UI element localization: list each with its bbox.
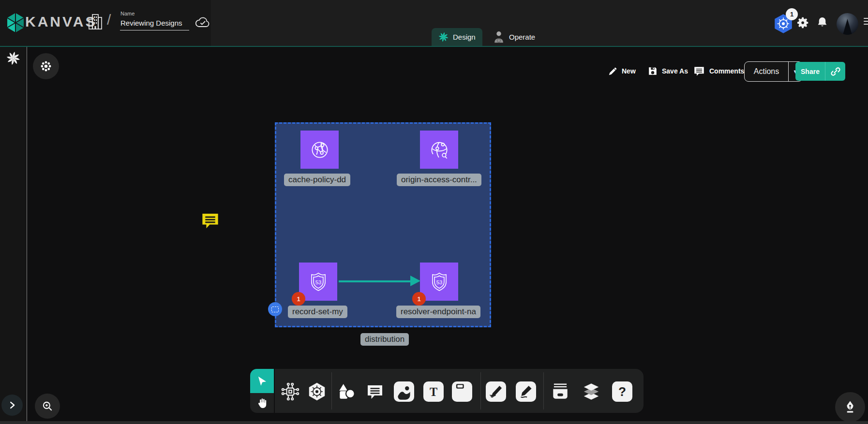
operate-person-icon	[493, 30, 505, 44]
tool-sticky-note[interactable]	[452, 381, 472, 402]
tool-pencil[interactable]	[516, 381, 536, 402]
gear-icon[interactable]	[797, 16, 809, 29]
hand-icon	[256, 397, 269, 409]
magnifier-plus-icon	[41, 400, 54, 412]
brand-wordmark: KANVAS	[25, 14, 97, 30]
kanvas-logo-icon[interactable]	[6, 12, 25, 33]
edge-arrowhead	[410, 276, 420, 286]
actions-dropdown-button[interactable]: Actions ▼	[744, 61, 803, 82]
node-cache-policy[interactable]	[300, 131, 339, 169]
tool-mesh-components[interactable]	[280, 381, 300, 402]
flower-dock-icon	[40, 60, 52, 73]
tool-layers[interactable]	[581, 381, 601, 402]
share-button[interactable]: Share	[795, 62, 845, 81]
node-resolver-endpoint[interactable]	[420, 263, 458, 301]
comments-button[interactable]: Comments	[693, 62, 744, 80]
comment-icon	[693, 65, 705, 77]
zoom-in-button[interactable]	[35, 394, 60, 419]
hamburger-menu-icon[interactable]	[864, 18, 868, 26]
node-label[interactable]: resolver-endpoint-na	[396, 306, 480, 318]
error-count-badge[interactable]: 1	[292, 292, 305, 306]
floppy-save-icon	[647, 66, 658, 76]
meshery-dock-toggle-button[interactable]	[33, 53, 59, 79]
pen-tool-icon	[486, 381, 506, 402]
blue-selection-handle[interactable]	[268, 302, 282, 316]
node-origin-access-control[interactable]	[420, 131, 458, 169]
route53-shield-icon	[427, 270, 451, 294]
node-label[interactable]: record-set-my	[288, 306, 347, 318]
new-button[interactable]: New	[608, 62, 636, 80]
tool-shapes[interactable]	[336, 381, 357, 402]
breadcrumb-slash: /	[107, 12, 111, 28]
shapes-icon	[336, 381, 357, 402]
group-label[interactable]: distribution	[360, 333, 409, 346]
share-divider	[825, 62, 825, 81]
drawer-icon	[550, 381, 570, 402]
toolbar-divider	[543, 372, 544, 409]
yellow-comment-marker[interactable]	[200, 209, 221, 232]
bell-icon[interactable]	[816, 16, 828, 29]
tab-operate[interactable]: Operate	[486, 28, 542, 46]
chevron-right-icon	[7, 400, 17, 410]
avatar[interactable]	[837, 13, 858, 35]
node-label[interactable]: cache-policy-dd	[284, 174, 350, 186]
left-sidebar	[0, 47, 27, 424]
cursor-icon	[256, 375, 269, 387]
globe-access-icon	[427, 138, 451, 162]
tool-help[interactable]	[612, 381, 632, 402]
tool-select[interactable]	[250, 369, 274, 393]
route53-shield-icon	[306, 270, 330, 294]
organization-building-icon[interactable]	[88, 13, 103, 30]
comment-bubble-icon	[365, 382, 385, 401]
kanvas-app: KANVAS / Name Design Operate 1	[0, 0, 868, 424]
text-tool-icon	[423, 381, 444, 402]
node-record-set[interactable]	[299, 263, 337, 301]
kubernetes-context-count-badge: 1	[786, 8, 798, 20]
pen-mode-button[interactable]	[835, 392, 865, 422]
question-mark-icon	[612, 381, 632, 402]
toolbar-divider	[331, 372, 332, 409]
tool-text[interactable]	[423, 381, 444, 402]
circuit-components-icon	[280, 381, 300, 402]
tool-comment[interactable]	[365, 381, 385, 402]
cloud-saved-icon	[195, 17, 211, 29]
expand-sidebar-button[interactable]	[1, 395, 23, 416]
header: KANVAS / Name Design Operate 1	[0, 0, 868, 47]
dashed-rect-icon	[271, 307, 279, 312]
design-name-input[interactable]	[120, 18, 189, 30]
header-left-section: KANVAS / Name	[0, 0, 211, 46]
design-name-label: Name	[120, 11, 135, 16]
bottom-edge-strip	[0, 421, 868, 424]
tool-drawer[interactable]	[550, 381, 570, 402]
error-count-badge[interactable]: 1	[412, 292, 426, 306]
tool-pan-hand[interactable]	[250, 393, 274, 413]
globe-network-icon	[308, 138, 332, 162]
tool-image[interactable]	[394, 381, 414, 402]
pen-nib-icon	[843, 400, 857, 414]
tool-kubernetes-components[interactable]	[307, 381, 327, 402]
toolbar-divider	[480, 372, 481, 409]
image-icon	[394, 381, 414, 402]
tool-pen-path[interactable]	[486, 381, 506, 402]
save-as-button[interactable]: Save As	[647, 62, 688, 80]
link-icon[interactable]	[830, 66, 841, 77]
sticky-note-icon	[452, 381, 472, 402]
edge-record-to-resolver[interactable]	[339, 280, 411, 282]
kubernetes-wheel-icon	[307, 381, 327, 402]
meshery-pinwheel-icon[interactable]	[6, 51, 20, 65]
design-pinwheel-icon	[438, 32, 449, 42]
pencil-icon	[608, 66, 618, 76]
node-label[interactable]: origin-access-contr...	[397, 174, 481, 186]
tab-design[interactable]: Design	[432, 28, 482, 46]
pencil-scribble-icon	[516, 381, 536, 402]
layers-icon	[581, 381, 601, 402]
